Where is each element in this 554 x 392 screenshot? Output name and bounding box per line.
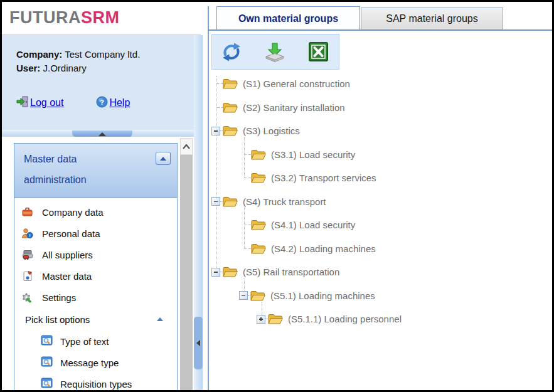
folder-icon — [223, 78, 238, 90]
folder-icon — [251, 172, 266, 184]
help-link-item[interactable]: ? Help — [96, 96, 130, 110]
folder-icon — [223, 125, 238, 137]
menu-item-master-data[interactable]: Master data — [14, 265, 177, 287]
excel-export-button[interactable] — [307, 41, 329, 63]
help-icon: ? — [96, 96, 108, 110]
collapse-left-handle[interactable] — [194, 317, 203, 369]
collapse-left-icon — [196, 340, 200, 346]
user-value: J.Ordinary — [43, 63, 87, 73]
menu-section-pick-list-options[interactable]: Pick list options — [14, 308, 177, 331]
tree-toolbar — [211, 34, 339, 70]
folder-icon — [268, 313, 283, 325]
tree-node-label: (S5.1) Loading machines — [270, 290, 375, 301]
folder-icon — [223, 102, 238, 114]
tab-label: SAP material groups — [386, 13, 477, 24]
menu-item-company-data[interactable]: Company data — [14, 201, 177, 223]
tab-strip-underline — [208, 29, 552, 31]
user-line: User: J.Ordinary — [16, 61, 201, 75]
logo-brand-text: FUTURA — [9, 8, 81, 27]
tree-row-s3-1[interactable]: (S3.1) Load security — [211, 143, 551, 167]
tree-row-s2[interactable]: (S2) Sanitary installation — [211, 96, 551, 120]
folder-icon — [250, 290, 265, 302]
folder-icon — [251, 219, 266, 231]
tree-row-s4-1[interactable]: (S4.1) Load security — [211, 213, 551, 237]
picklist-section-label: Pick list options — [25, 314, 90, 325]
collapse-up-icon — [99, 132, 106, 136]
tree-row-s1[interactable]: (S1) General construction — [211, 72, 551, 96]
user-info-panel: Company: Test Company ltd. User: J.Ordin… — [2, 35, 201, 130]
menu-item-label: Type of text — [60, 336, 109, 347]
settings-icon — [21, 292, 34, 303]
menu-title-line2: administration — [24, 174, 177, 186]
material-groups-tree: (S1) General construction (S2) Sanitary … — [211, 72, 551, 386]
sidebar-body: Master data administration Company da — [2, 137, 201, 390]
logo-area: FUTURASRM — [2, 2, 201, 34]
menu-item-requisition-types[interactable]: Requisition types — [14, 373, 177, 392]
tree-node-label: (S5) Rail transportation — [243, 267, 339, 277]
menu-item-message-type[interactable]: Message type — [14, 352, 177, 373]
tree-row-s5-1[interactable]: (S5.1) Loading machines — [211, 284, 551, 308]
folder-icon — [251, 149, 266, 161]
tree-row-s5[interactable]: (S5) Rail transportation — [211, 260, 551, 284]
folder-icon — [251, 243, 266, 255]
scroll-up-button[interactable] — [180, 138, 193, 155]
picklist-lookup-icon — [41, 356, 53, 369]
menu-item-label: Message type — [60, 358, 119, 368]
logo-suffix-text: SRM — [81, 8, 120, 27]
tree-row-s3-2[interactable]: (S3.2) Transport services — [211, 166, 551, 190]
refresh-icon — [221, 41, 242, 63]
tab-own-material-groups[interactable]: Own material groups — [216, 6, 360, 30]
section-collapse-triangle-icon[interactable] — [157, 317, 163, 321]
import-icon — [264, 41, 285, 63]
menu-item-label: Master data — [42, 271, 92, 282]
sidebar-scrollbar[interactable] — [180, 138, 193, 390]
tree-node-label: (S3) Logistics — [243, 125, 300, 136]
company-label: Company: — [16, 49, 62, 60]
help-link[interactable]: Help — [109, 97, 130, 109]
tree-row-s4[interactable]: (S4) Truck transport — [211, 190, 551, 214]
company-value: Test Company ltd. — [65, 49, 140, 60]
tree-node-label: (S4.2) Loading machines — [271, 243, 376, 254]
vertical-splitter[interactable] — [194, 35, 203, 390]
menu-title-line1: Master data — [24, 154, 177, 165]
menu-item-label: Personal data — [42, 228, 100, 239]
refresh-button[interactable] — [220, 41, 243, 63]
folder-icon — [223, 266, 238, 278]
menu-item-label: Requisition types — [60, 379, 132, 389]
tab-label: Own material groups — [238, 13, 338, 24]
menu-item-type-of-text[interactable]: Type of text — [14, 331, 177, 352]
company-line: Company: Test Company ltd. — [16, 48, 201, 61]
menu-item-all-suppliers[interactable]: All suppliers — [14, 244, 177, 265]
menu-item-personal-data[interactable]: ! Personal data — [14, 223, 177, 244]
collapse-node-icon[interactable] — [211, 127, 220, 135]
tree-node-label: (S1) General construction — [243, 78, 350, 89]
collapse-node-icon[interactable] — [211, 197, 220, 206]
tree-node-label: (S3.1) Load security — [271, 149, 355, 160]
tree-row-s4-2[interactable]: (S4.2) Loading machines — [211, 237, 551, 261]
logout-link[interactable]: Log out — [30, 97, 63, 109]
app-logo: FUTURASRM — [9, 8, 119, 28]
tree-row-s5-1-1[interactable]: (S5.1.1) Loading personnel — [211, 307, 551, 331]
horizontal-splitter[interactable] — [2, 130, 201, 137]
expand-node-icon[interactable] — [257, 315, 265, 324]
menu-header: Master data administration — [14, 144, 177, 198]
collapse-node-icon[interactable] — [239, 291, 248, 300]
menu-item-settings[interactable]: Settings — [14, 287, 177, 308]
content-panel-border — [208, 6, 209, 390]
excel-export-icon — [309, 42, 328, 61]
folder-icon — [223, 196, 238, 208]
logout-link-item[interactable]: Log out — [16, 95, 63, 110]
svg-text:?: ? — [100, 98, 105, 105]
picklist-lookup-icon — [41, 378, 53, 390]
collapse-node-icon[interactable] — [211, 268, 220, 277]
all-suppliers-icon — [21, 249, 34, 260]
tree-node-label: (S4) Truck transport — [243, 196, 326, 207]
user-label: User: — [16, 63, 40, 73]
tree-row-s3[interactable]: (S3) Logistics — [211, 119, 551, 143]
tab-sap-material-groups[interactable]: SAP material groups — [361, 8, 503, 30]
tree-node-label: (S2) Sanitary installation — [243, 102, 345, 113]
import-button[interactable] — [264, 41, 286, 63]
navigation-menu-panel: Master data administration Company da — [14, 143, 178, 392]
menu-collapse-button[interactable] — [156, 152, 171, 165]
tree-node-label: (S5.1.1) Loading personnel — [288, 314, 402, 324]
